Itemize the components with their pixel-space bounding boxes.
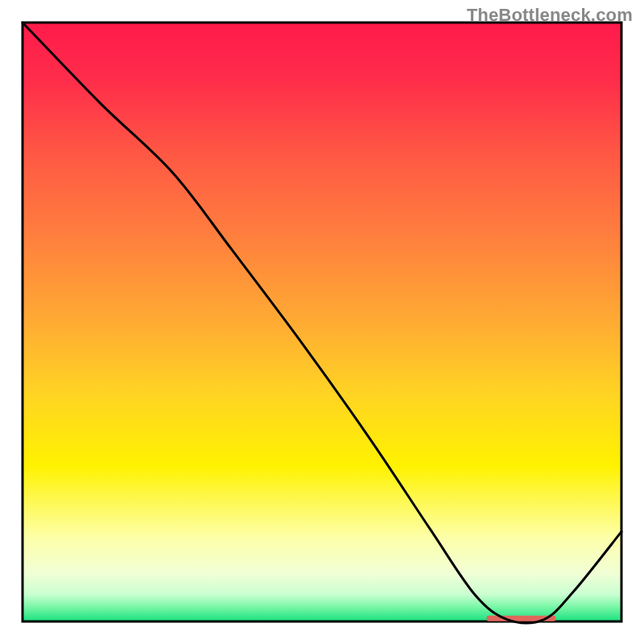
chart-background	[23, 23, 621, 621]
watermark-text: TheBottleneck.com	[467, 5, 633, 26]
bottleneck-chart: TheBottleneck.com	[0, 0, 644, 644]
chart-svg	[0, 0, 644, 644]
